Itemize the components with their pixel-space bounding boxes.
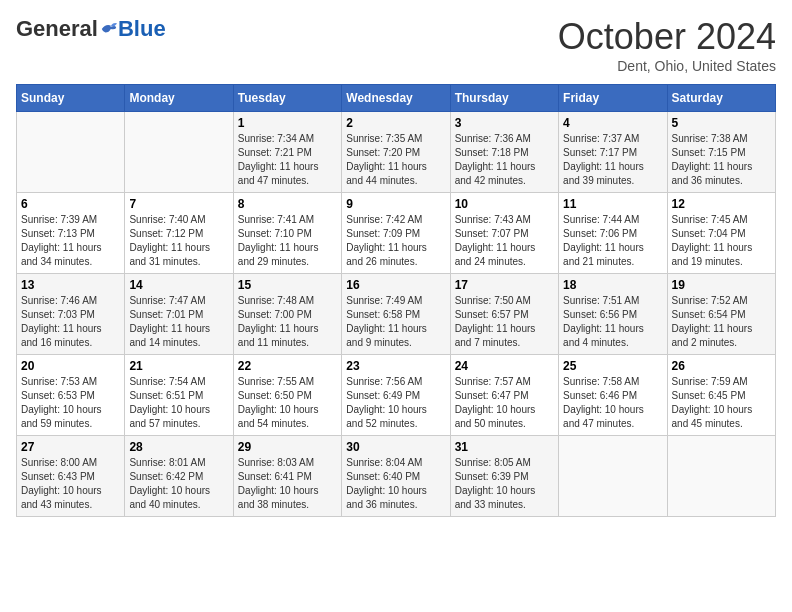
day-number: 29 bbox=[238, 440, 337, 454]
day-info: Sunrise: 7:34 AM Sunset: 7:21 PM Dayligh… bbox=[238, 132, 337, 188]
day-info: Sunrise: 7:45 AM Sunset: 7:04 PM Dayligh… bbox=[672, 213, 771, 269]
day-number: 7 bbox=[129, 197, 228, 211]
day-info: Sunrise: 7:53 AM Sunset: 6:53 PM Dayligh… bbox=[21, 375, 120, 431]
calendar-cell: 15Sunrise: 7:48 AM Sunset: 7:00 PM Dayli… bbox=[233, 274, 341, 355]
day-number: 16 bbox=[346, 278, 445, 292]
calendar-table: SundayMondayTuesdayWednesdayThursdayFrid… bbox=[16, 84, 776, 517]
day-number: 21 bbox=[129, 359, 228, 373]
day-number: 15 bbox=[238, 278, 337, 292]
day-number: 1 bbox=[238, 116, 337, 130]
calendar-week-1: 1Sunrise: 7:34 AM Sunset: 7:21 PM Daylig… bbox=[17, 112, 776, 193]
day-number: 9 bbox=[346, 197, 445, 211]
calendar-cell: 1Sunrise: 7:34 AM Sunset: 7:21 PM Daylig… bbox=[233, 112, 341, 193]
day-info: Sunrise: 7:43 AM Sunset: 7:07 PM Dayligh… bbox=[455, 213, 554, 269]
day-number: 2 bbox=[346, 116, 445, 130]
day-info: Sunrise: 7:58 AM Sunset: 6:46 PM Dayligh… bbox=[563, 375, 662, 431]
day-info: Sunrise: 7:36 AM Sunset: 7:18 PM Dayligh… bbox=[455, 132, 554, 188]
day-number: 13 bbox=[21, 278, 120, 292]
day-number: 14 bbox=[129, 278, 228, 292]
calendar-cell: 28Sunrise: 8:01 AM Sunset: 6:42 PM Dayli… bbox=[125, 436, 233, 517]
day-number: 11 bbox=[563, 197, 662, 211]
logo-general-text: General bbox=[16, 16, 98, 42]
title-area: October 2024 Dent, Ohio, United States bbox=[558, 16, 776, 74]
day-info: Sunrise: 8:03 AM Sunset: 6:41 PM Dayligh… bbox=[238, 456, 337, 512]
day-number: 19 bbox=[672, 278, 771, 292]
calendar-cell bbox=[559, 436, 667, 517]
calendar-cell: 5Sunrise: 7:38 AM Sunset: 7:15 PM Daylig… bbox=[667, 112, 775, 193]
calendar-cell: 21Sunrise: 7:54 AM Sunset: 6:51 PM Dayli… bbox=[125, 355, 233, 436]
day-info: Sunrise: 7:51 AM Sunset: 6:56 PM Dayligh… bbox=[563, 294, 662, 350]
column-header-friday: Friday bbox=[559, 85, 667, 112]
column-header-thursday: Thursday bbox=[450, 85, 558, 112]
day-number: 18 bbox=[563, 278, 662, 292]
day-info: Sunrise: 7:50 AM Sunset: 6:57 PM Dayligh… bbox=[455, 294, 554, 350]
day-number: 31 bbox=[455, 440, 554, 454]
calendar-cell: 2Sunrise: 7:35 AM Sunset: 7:20 PM Daylig… bbox=[342, 112, 450, 193]
calendar-cell: 29Sunrise: 8:03 AM Sunset: 6:41 PM Dayli… bbox=[233, 436, 341, 517]
day-info: Sunrise: 8:01 AM Sunset: 6:42 PM Dayligh… bbox=[129, 456, 228, 512]
column-header-saturday: Saturday bbox=[667, 85, 775, 112]
day-number: 17 bbox=[455, 278, 554, 292]
calendar-week-3: 13Sunrise: 7:46 AM Sunset: 7:03 PM Dayli… bbox=[17, 274, 776, 355]
day-number: 10 bbox=[455, 197, 554, 211]
day-info: Sunrise: 7:52 AM Sunset: 6:54 PM Dayligh… bbox=[672, 294, 771, 350]
day-number: 25 bbox=[563, 359, 662, 373]
calendar-cell: 22Sunrise: 7:55 AM Sunset: 6:50 PM Dayli… bbox=[233, 355, 341, 436]
calendar-cell bbox=[125, 112, 233, 193]
calendar-cell: 27Sunrise: 8:00 AM Sunset: 6:43 PM Dayli… bbox=[17, 436, 125, 517]
logo-blue-text: Blue bbox=[118, 16, 166, 42]
calendar-cell: 17Sunrise: 7:50 AM Sunset: 6:57 PM Dayli… bbox=[450, 274, 558, 355]
calendar-cell: 9Sunrise: 7:42 AM Sunset: 7:09 PM Daylig… bbox=[342, 193, 450, 274]
day-info: Sunrise: 7:56 AM Sunset: 6:49 PM Dayligh… bbox=[346, 375, 445, 431]
day-number: 28 bbox=[129, 440, 228, 454]
calendar-cell: 4Sunrise: 7:37 AM Sunset: 7:17 PM Daylig… bbox=[559, 112, 667, 193]
day-info: Sunrise: 7:35 AM Sunset: 7:20 PM Dayligh… bbox=[346, 132, 445, 188]
day-info: Sunrise: 7:37 AM Sunset: 7:17 PM Dayligh… bbox=[563, 132, 662, 188]
day-number: 30 bbox=[346, 440, 445, 454]
calendar-cell: 3Sunrise: 7:36 AM Sunset: 7:18 PM Daylig… bbox=[450, 112, 558, 193]
day-number: 22 bbox=[238, 359, 337, 373]
day-number: 26 bbox=[672, 359, 771, 373]
day-number: 24 bbox=[455, 359, 554, 373]
day-info: Sunrise: 8:05 AM Sunset: 6:39 PM Dayligh… bbox=[455, 456, 554, 512]
calendar-week-5: 27Sunrise: 8:00 AM Sunset: 6:43 PM Dayli… bbox=[17, 436, 776, 517]
day-info: Sunrise: 7:42 AM Sunset: 7:09 PM Dayligh… bbox=[346, 213, 445, 269]
calendar-cell: 18Sunrise: 7:51 AM Sunset: 6:56 PM Dayli… bbox=[559, 274, 667, 355]
day-info: Sunrise: 7:47 AM Sunset: 7:01 PM Dayligh… bbox=[129, 294, 228, 350]
day-info: Sunrise: 7:49 AM Sunset: 6:58 PM Dayligh… bbox=[346, 294, 445, 350]
calendar-cell: 16Sunrise: 7:49 AM Sunset: 6:58 PM Dayli… bbox=[342, 274, 450, 355]
day-info: Sunrise: 7:48 AM Sunset: 7:00 PM Dayligh… bbox=[238, 294, 337, 350]
calendar-cell: 6Sunrise: 7:39 AM Sunset: 7:13 PM Daylig… bbox=[17, 193, 125, 274]
calendar-week-4: 20Sunrise: 7:53 AM Sunset: 6:53 PM Dayli… bbox=[17, 355, 776, 436]
day-number: 5 bbox=[672, 116, 771, 130]
location-text: Dent, Ohio, United States bbox=[558, 58, 776, 74]
month-title: October 2024 bbox=[558, 16, 776, 58]
calendar-cell: 20Sunrise: 7:53 AM Sunset: 6:53 PM Dayli… bbox=[17, 355, 125, 436]
day-info: Sunrise: 7:44 AM Sunset: 7:06 PM Dayligh… bbox=[563, 213, 662, 269]
calendar-cell: 19Sunrise: 7:52 AM Sunset: 6:54 PM Dayli… bbox=[667, 274, 775, 355]
calendar-cell: 11Sunrise: 7:44 AM Sunset: 7:06 PM Dayli… bbox=[559, 193, 667, 274]
day-info: Sunrise: 7:39 AM Sunset: 7:13 PM Dayligh… bbox=[21, 213, 120, 269]
calendar-cell: 14Sunrise: 7:47 AM Sunset: 7:01 PM Dayli… bbox=[125, 274, 233, 355]
calendar-cell bbox=[667, 436, 775, 517]
day-number: 8 bbox=[238, 197, 337, 211]
day-number: 12 bbox=[672, 197, 771, 211]
calendar-cell: 13Sunrise: 7:46 AM Sunset: 7:03 PM Dayli… bbox=[17, 274, 125, 355]
day-info: Sunrise: 7:46 AM Sunset: 7:03 PM Dayligh… bbox=[21, 294, 120, 350]
calendar-cell bbox=[17, 112, 125, 193]
day-info: Sunrise: 7:41 AM Sunset: 7:10 PM Dayligh… bbox=[238, 213, 337, 269]
calendar-cell: 8Sunrise: 7:41 AM Sunset: 7:10 PM Daylig… bbox=[233, 193, 341, 274]
logo-bird-icon bbox=[100, 20, 118, 38]
calendar-cell: 7Sunrise: 7:40 AM Sunset: 7:12 PM Daylig… bbox=[125, 193, 233, 274]
column-header-wednesday: Wednesday bbox=[342, 85, 450, 112]
day-info: Sunrise: 7:59 AM Sunset: 6:45 PM Dayligh… bbox=[672, 375, 771, 431]
calendar-cell: 12Sunrise: 7:45 AM Sunset: 7:04 PM Dayli… bbox=[667, 193, 775, 274]
day-info: Sunrise: 7:55 AM Sunset: 6:50 PM Dayligh… bbox=[238, 375, 337, 431]
column-header-sunday: Sunday bbox=[17, 85, 125, 112]
logo: General Blue bbox=[16, 16, 166, 42]
day-number: 3 bbox=[455, 116, 554, 130]
day-number: 23 bbox=[346, 359, 445, 373]
column-header-tuesday: Tuesday bbox=[233, 85, 341, 112]
day-info: Sunrise: 7:38 AM Sunset: 7:15 PM Dayligh… bbox=[672, 132, 771, 188]
calendar-cell: 25Sunrise: 7:58 AM Sunset: 6:46 PM Dayli… bbox=[559, 355, 667, 436]
